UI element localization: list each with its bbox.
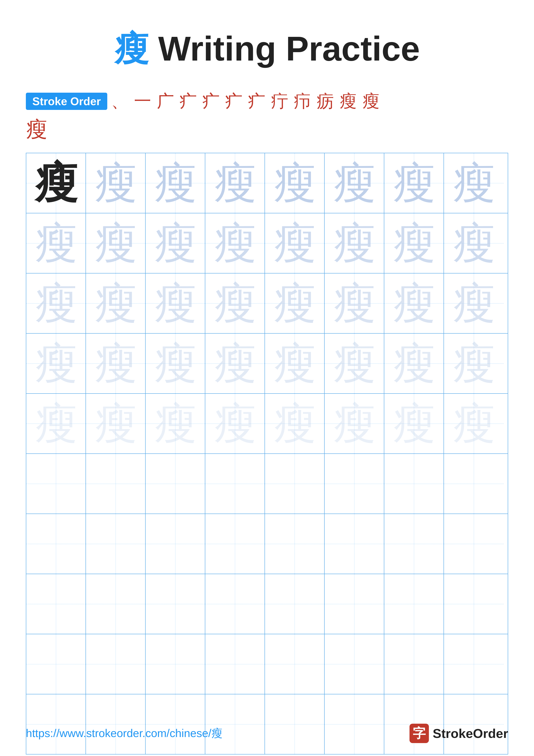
- char-light: 瘦: [333, 162, 376, 205]
- grid-cell-6-2: [86, 454, 146, 514]
- grid-cell-4-6: 瘦: [325, 334, 384, 393]
- grid-cell-1-8: 瘦: [444, 153, 504, 213]
- grid-cell-6-4: [205, 454, 265, 514]
- grid-row-3: 瘦 瘦 瘦 瘦 瘦 瘦 瘦 瘦: [26, 274, 508, 334]
- grid-cell-4-1: 瘦: [26, 334, 86, 393]
- grid-cell-5-2: 瘦: [86, 394, 146, 453]
- grid-cell-6-5: [265, 454, 325, 514]
- stroke-step-5: 疒: [202, 90, 220, 113]
- grid-cell-5-3: 瘦: [146, 394, 205, 453]
- logo-icon: 字: [410, 724, 429, 743]
- char-light: 瘦: [333, 282, 376, 325]
- stroke-step-2: 一: [134, 90, 151, 113]
- char-light: 瘦: [214, 282, 257, 325]
- grid-row-2: 瘦 瘦 瘦 瘦 瘦 瘦 瘦 瘦: [26, 213, 508, 274]
- grid-cell-5-1: 瘦: [26, 394, 86, 453]
- grid-cell-2-6: 瘦: [325, 213, 384, 273]
- grid-cell-2-7: 瘦: [384, 213, 444, 273]
- grid-cell-6-6: [325, 454, 384, 514]
- grid-cell-1-2: 瘦: [86, 153, 146, 213]
- grid-cell-8-8: [444, 574, 504, 634]
- grid-cell-1-4: 瘦: [205, 153, 265, 213]
- char-light: 瘦: [35, 342, 78, 385]
- title-chinese-char: 瘦: [114, 30, 149, 68]
- char-light: 瘦: [94, 162, 137, 205]
- grid-cell-3-1: 瘦: [26, 274, 86, 333]
- char-light: 瘦: [154, 222, 197, 265]
- grid-cell-8-1: [26, 574, 86, 634]
- grid-cell-1-7: 瘦: [384, 153, 444, 213]
- grid-cell-4-4: 瘦: [205, 334, 265, 393]
- grid-cell-3-8: 瘦: [444, 274, 504, 333]
- grid-cell-2-1: 瘦: [26, 213, 86, 273]
- grid-cell-4-8: 瘦: [444, 334, 504, 393]
- grid-cell-5-7: 瘦: [384, 394, 444, 453]
- grid-cell-5-5: 瘦: [265, 394, 325, 453]
- grid-cell-9-7: [384, 634, 444, 694]
- grid-cell-5-4: 瘦: [205, 394, 265, 453]
- char-light: 瘦: [393, 342, 436, 385]
- char-light: 瘦: [154, 282, 197, 325]
- grid-row-8: [26, 574, 508, 634]
- grid-row-5: 瘦 瘦 瘦 瘦 瘦 瘦 瘦 瘦: [26, 394, 508, 454]
- char-light: 瘦: [154, 162, 197, 205]
- grid-row-4: 瘦 瘦 瘦 瘦 瘦 瘦 瘦 瘦: [26, 334, 508, 394]
- char-light: 瘦: [393, 402, 436, 445]
- char-light: 瘦: [273, 222, 316, 265]
- grid-row-1: 瘦 瘦 瘦 瘦 瘦 瘦 瘦 瘦: [26, 153, 508, 213]
- grid-cell-9-1: [26, 634, 86, 694]
- grid-cell-5-8: 瘦: [444, 394, 504, 453]
- char-light: 瘦: [154, 402, 197, 445]
- grid-cell-9-6: [325, 634, 384, 694]
- grid-cell-9-4: [205, 634, 265, 694]
- grid-cell-7-2: [86, 514, 146, 574]
- stroke-final-char: 瘦: [26, 115, 508, 144]
- grid-cell-4-7: 瘦: [384, 334, 444, 393]
- grid-cell-8-5: [265, 574, 325, 634]
- char-light: 瘦: [35, 402, 78, 445]
- grid-cell-7-5: [265, 514, 325, 574]
- stroke-step-3: 广: [157, 90, 174, 113]
- stroke-step-11: 瘦: [340, 90, 357, 113]
- grid-cell-2-2: 瘦: [86, 213, 146, 273]
- char-light: 瘦: [393, 222, 436, 265]
- grid-cell-7-8: [444, 514, 504, 574]
- char-light: 瘦: [452, 342, 496, 385]
- char-light: 瘦: [94, 342, 137, 385]
- grid-cell-6-1: [26, 454, 86, 514]
- grid-cell-8-7: [384, 574, 444, 634]
- title-text: Writing Practice: [149, 29, 420, 68]
- char-light: 瘦: [214, 222, 257, 265]
- char-light: 瘦: [333, 402, 376, 445]
- footer-url[interactable]: https://www.strokeorder.com/chinese/瘦: [26, 726, 222, 741]
- grid-cell-6-3: [146, 454, 205, 514]
- grid-cell-6-8: [444, 454, 504, 514]
- practice-grid: 瘦 瘦 瘦 瘦 瘦 瘦 瘦 瘦: [26, 153, 508, 754]
- char-light: 瘦: [273, 282, 316, 325]
- grid-cell-5-6: 瘦: [325, 394, 384, 453]
- char-light: 瘦: [94, 282, 137, 325]
- grid-cell-1-5: 瘦: [265, 153, 325, 213]
- grid-cell-7-7: [384, 514, 444, 574]
- grid-cell-7-3: [146, 514, 205, 574]
- grid-cell-4-5: 瘦: [265, 334, 325, 393]
- grid-cell-4-2: 瘦: [86, 334, 146, 393]
- stroke-step-12: 瘦: [362, 90, 380, 113]
- char-light: 瘦: [273, 162, 316, 205]
- grid-cell-6-7: [384, 454, 444, 514]
- grid-cell-3-6: 瘦: [325, 274, 384, 333]
- char-light: 瘦: [452, 402, 496, 445]
- grid-cell-1-6: 瘦: [325, 153, 384, 213]
- grid-cell-2-3: 瘦: [146, 213, 205, 273]
- grid-cell-1-3: 瘦: [146, 153, 205, 213]
- grid-cell-3-2: 瘦: [86, 274, 146, 333]
- grid-cell-3-5: 瘦: [265, 274, 325, 333]
- footer: https://www.strokeorder.com/chinese/瘦 字 …: [26, 724, 508, 743]
- char-light: 瘦: [333, 342, 376, 385]
- stroke-step-7: 疒: [248, 90, 266, 113]
- grid-cell-2-8: 瘦: [444, 213, 504, 273]
- char-light: 瘦: [452, 162, 496, 205]
- grid-cell-7-1: [26, 514, 86, 574]
- char-light: 瘦: [273, 402, 316, 445]
- grid-cell-9-8: [444, 634, 504, 694]
